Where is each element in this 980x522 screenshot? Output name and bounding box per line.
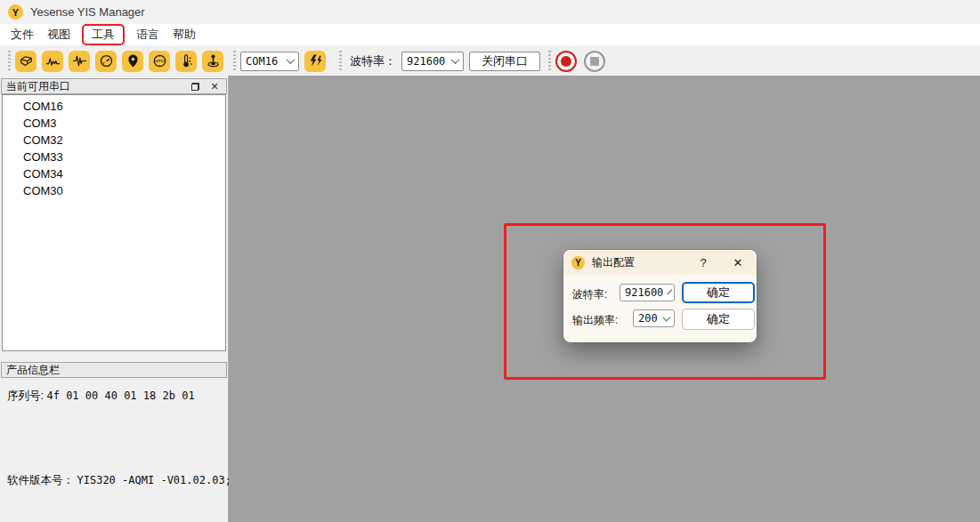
dialog-close-button[interactable]: ✕: [730, 254, 746, 270]
toolbar-drag-handle[interactable]: [8, 51, 11, 72]
app-logo-icon: Y: [8, 4, 23, 20]
joystick-button[interactable]: [202, 51, 223, 72]
com-port-select[interactable]: COM16: [240, 52, 299, 71]
port-list-item[interactable]: COM16: [3, 98, 225, 115]
utc-clock-icon: UTC: [152, 53, 167, 68]
gauge-icon: [99, 53, 114, 68]
software-version-row: 软件版本号： YIS320 -AQMI -V01.02.03;: [7, 473, 231, 488]
dialog-rate-label: 输出频率:: [572, 313, 618, 328]
dialog-baud-value: 921600: [625, 286, 663, 299]
port-list-item[interactable]: COM33: [3, 149, 225, 165]
stop-button[interactable]: [584, 51, 605, 72]
port-list-item[interactable]: COM32: [3, 132, 225, 149]
menu-bar: 文件 视图 工具 语言 帮助: [0, 24, 980, 46]
svg-text:UTC: UTC: [156, 59, 163, 63]
info-panel-title: 产品信息栏: [6, 363, 60, 378]
port-list: COM16 COM3 COM32 COM33 COM34 COM30: [2, 94, 226, 351]
location-pin-icon: [126, 53, 141, 68]
temperature-button[interactable]: [175, 51, 197, 72]
float-panel-button[interactable]: [188, 80, 202, 92]
chevron-down-icon: [287, 55, 296, 64]
dialog-baud-ok-button[interactable]: 确定: [682, 282, 755, 303]
signal-wave-icon: [45, 53, 61, 68]
title-bar: Y Yesense YIS Manager: [0, 0, 980, 24]
chevron-down-icon: [668, 289, 673, 294]
pulse-wave-icon: [72, 53, 87, 68]
menu-item-tools[interactable]: 工具: [82, 24, 125, 45]
toolbar: UTC COM16 波特率： 921600 关闭串口: [0, 46, 980, 76]
stop-icon: [590, 57, 599, 66]
close-icon: ✕: [210, 81, 218, 92]
toolbar-drag-handle[interactable]: [339, 51, 342, 72]
dialog-rate-select[interactable]: 200: [633, 309, 675, 327]
chevron-down-icon: [662, 313, 670, 321]
app-window: Y Yesense YIS Manager 文件 视图 工具 语言 帮助 UTC: [0, 0, 980, 522]
chevron-down-icon: [451, 55, 460, 64]
signal-wave-button[interactable]: [42, 51, 63, 72]
menu-item-view[interactable]: 视图: [44, 25, 74, 44]
baud-rate-label: 波特率：: [350, 53, 396, 69]
thermometer-icon: [179, 53, 194, 68]
ports-panel-header: 当前可用串口 ✕: [1, 78, 227, 94]
utc-time-button[interactable]: UTC: [149, 51, 170, 72]
serial-number-value: 4f 01 00 40 01 18 2b 01: [46, 389, 194, 402]
menu-item-help[interactable]: 帮助: [169, 25, 199, 44]
dialog-rate-ok-button[interactable]: 确定: [682, 309, 755, 330]
toolbar-drag-handle[interactable]: [548, 51, 551, 72]
refresh-icon: [308, 53, 323, 68]
record-icon: [561, 56, 571, 67]
menu-item-file[interactable]: 文件: [7, 25, 37, 44]
menu-item-language[interactable]: 语言: [133, 25, 163, 44]
close-serial-button[interactable]: 关闭串口: [469, 52, 540, 71]
record-button[interactable]: [555, 51, 577, 72]
dialog-baud-label: 波特率:: [572, 287, 607, 302]
3d-view-button[interactable]: [15, 51, 36, 72]
dialog-title: 输出配置: [592, 255, 635, 270]
dialog-title-bar: Y 输出配置: [563, 250, 757, 275]
dialog-help-button[interactable]: ?: [696, 255, 710, 269]
close-panel-button[interactable]: ✕: [207, 80, 222, 92]
toolbar-drag-handle[interactable]: [233, 51, 236, 72]
serial-number-row: 序列号: 4f 01 00 40 01 18 2b 01: [7, 389, 195, 404]
pulse-wave-button[interactable]: [69, 51, 90, 72]
joystick-icon: [206, 53, 221, 68]
serial-number-label: 序列号:: [7, 389, 46, 402]
software-version-label: 软件版本号：: [7, 474, 77, 486]
window-title: Yesense YIS Manager: [30, 5, 145, 19]
com-port-value: COM16: [246, 55, 278, 68]
dialog-rate-value: 200: [638, 312, 658, 325]
baud-rate-value: 921600: [407, 55, 445, 68]
baud-rate-select[interactable]: 921600: [401, 52, 464, 71]
ports-panel-title: 当前可用串口: [6, 79, 70, 94]
gauge-button[interactable]: [95, 51, 117, 72]
port-list-item[interactable]: COM34: [3, 165, 225, 182]
float-window-icon: [191, 83, 199, 91]
port-list-item[interactable]: COM30: [3, 182, 225, 199]
output-config-dialog: Y 输出配置 ? ✕ 波特率: 921600 确定 输出频率: 200 确定: [563, 250, 757, 342]
info-panel-header: 产品信息栏: [1, 362, 227, 378]
dialog-baud-select[interactable]: 921600: [620, 284, 675, 301]
sidebar: 当前可用串口 ✕ COM16 COM3 COM32 COM33 COM34 CO…: [0, 76, 229, 522]
port-list-item[interactable]: COM3: [3, 115, 225, 132]
app-logo-icon: Y: [571, 256, 585, 269]
refresh-ports-button[interactable]: [304, 51, 326, 72]
cube-3d-icon: [19, 53, 34, 68]
location-button[interactable]: [122, 51, 143, 72]
software-version-value: YIS320 -AQMI -V01.02.03;: [77, 474, 231, 486]
